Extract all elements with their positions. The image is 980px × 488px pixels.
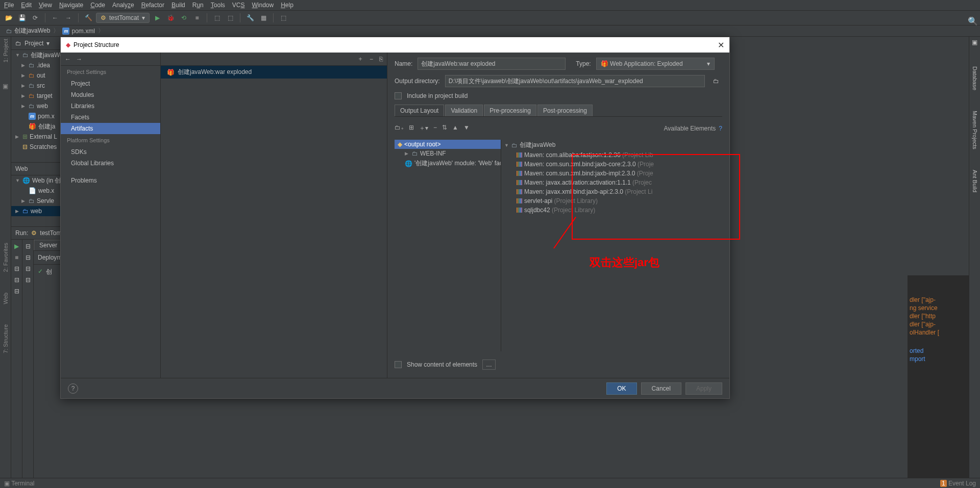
help-icon[interactable]: ?	[719, 125, 722, 132]
side-tab-ant[interactable]: Ant Build	[972, 170, 978, 192]
tool2-icon[interactable]: ⬚	[225, 12, 236, 23]
tool-icon[interactable]: ⊟	[14, 265, 19, 272]
side-tab-maven[interactable]: Maven Projects	[972, 111, 978, 149]
structure-icon[interactable]: ▦	[258, 12, 269, 23]
side-tab-structure[interactable]: 7: Structure	[3, 324, 9, 353]
name-input[interactable]	[418, 58, 566, 70]
type-dropdown[interactable]: 🎁 Web Application: Exploded ▾	[596, 58, 715, 70]
menu-tools[interactable]: Tools	[211, 2, 225, 9]
show-content-checkbox[interactable]	[395, 361, 402, 368]
menu-code[interactable]: Code	[90, 2, 105, 9]
breadcrumb-file[interactable]: m pom.xml	[60, 28, 96, 35]
library-item[interactable]: Maven: com.sun.xml.bind:jaxb-impl:2.3.0 …	[501, 169, 722, 178]
stop-icon[interactable]: ■	[15, 254, 18, 261]
coverage-icon[interactable]: ⟲	[178, 12, 189, 23]
tool-icon[interactable]: ⊞	[409, 124, 414, 133]
apply-button[interactable]: Apply	[685, 382, 722, 395]
build-icon[interactable]: 🔨	[83, 12, 94, 23]
sidebar-item-facets[interactable]: Facets	[61, 112, 160, 123]
tool-icon[interactable]: ⊟	[14, 276, 19, 284]
sidebar-item-problems[interactable]: Problems	[61, 175, 160, 186]
bookmark-icon[interactable]: ▣	[3, 83, 8, 90]
tab-server[interactable]: Server	[34, 240, 63, 250]
side-tab-database[interactable]: Database	[972, 66, 978, 90]
tool-icon[interactable]: ⊟	[26, 243, 31, 250]
copy-icon[interactable]: ⎘	[379, 56, 383, 63]
ok-button[interactable]: OK	[606, 382, 636, 395]
menu-build[interactable]: Build	[172, 2, 185, 9]
more-icon[interactable]: ⬚	[278, 12, 289, 23]
back-icon[interactable]: ←	[50, 12, 61, 23]
tool-icon[interactable]: ⊟	[26, 276, 31, 284]
menu-view[interactable]: View	[39, 2, 52, 9]
side-tab-web[interactable]: Web	[3, 293, 9, 304]
breadcrumb-project[interactable]: 🗀 创建javaWeb	[4, 27, 52, 35]
rerun-icon[interactable]: ▶	[14, 243, 19, 250]
library-item[interactable]: servlet-api (Project Library)	[501, 196, 722, 206]
include-checkbox[interactable]	[395, 92, 402, 99]
forward-icon[interactable]: →	[63, 12, 74, 23]
menu-help[interactable]: Help	[281, 2, 293, 9]
sidebar-item-sdks[interactable]: SDKs	[61, 146, 160, 158]
tree-item[interactable]: ▼🗀 创建javaWeb	[501, 140, 722, 150]
add-icon[interactable]: ＋▾	[419, 124, 428, 133]
tab-postprocessing[interactable]: Post-processing	[537, 105, 593, 116]
sort-icon[interactable]: ⇅	[442, 124, 447, 133]
tab-validation[interactable]: Validation	[445, 105, 483, 116]
library-item[interactable]: sqljdbc42 (Project Library)	[501, 206, 722, 215]
more-icon[interactable]: …	[482, 359, 496, 370]
library-item[interactable]: Maven: com.alibaba:fastjson:1.2.36 (Proj…	[501, 150, 722, 160]
sidebar-item-project[interactable]: Project	[61, 78, 160, 89]
forward-icon[interactable]: →	[76, 56, 82, 63]
stop-icon[interactable]: ■	[191, 12, 203, 23]
sidebar-item-libraries[interactable]: Libraries	[61, 100, 160, 112]
terminal-tab[interactable]: ▣ Terminal	[4, 480, 34, 487]
side-tab-favorites[interactable]: 2: Favorites	[3, 243, 9, 272]
tool-icon[interactable]: ⬚	[211, 12, 223, 23]
tab-preprocessing[interactable]: Pre-processing	[484, 105, 536, 116]
menu-window[interactable]: Window	[252, 2, 274, 9]
cancel-button[interactable]: Cancel	[641, 382, 681, 395]
eventlog-tab[interactable]: 1 Event Log	[940, 480, 976, 487]
help-icon[interactable]: ?	[68, 383, 78, 394]
library-item[interactable]: Maven: javax.xml.bind:jaxb-api:2.3.0 (Pr…	[501, 187, 722, 196]
menu-analyze[interactable]: Analyze	[112, 2, 134, 9]
close-icon[interactable]: ✕	[718, 40, 724, 50]
tool-icon[interactable]: ⊟	[14, 288, 19, 295]
db-icon[interactable]: ▣	[972, 39, 977, 46]
sidebar-item-global-libraries[interactable]: Global Libraries	[61, 158, 160, 169]
menu-file[interactable]: File	[4, 2, 14, 9]
artifact-item[interactable]: 🎁 创建javaWeb:war exploded	[161, 66, 387, 79]
library-item[interactable]: Maven: com.sun.xml.bind:jaxb-core:2.3.0 …	[501, 160, 722, 169]
outdir-input[interactable]	[445, 75, 705, 87]
tool-icon[interactable]: ⊟	[26, 265, 31, 272]
menu-refactor[interactable]: Refactor	[141, 2, 164, 9]
remove-icon[interactable]: −	[433, 124, 437, 133]
output-root[interactable]: ◆ <output root>	[395, 140, 501, 149]
debug-icon[interactable]: 🐞	[165, 12, 176, 23]
open-icon[interactable]: 📂	[3, 12, 14, 23]
wrench-icon[interactable]: 🔧	[244, 12, 256, 23]
side-tab-project[interactable]: 1: Project	[3, 39, 9, 62]
new-folder-icon[interactable]: 🗀₊	[395, 124, 404, 133]
library-item[interactable]: Maven: javax.activation:activation:1.1.1…	[501, 178, 722, 187]
back-icon[interactable]: ←	[65, 56, 71, 63]
run-icon[interactable]: ▶	[152, 12, 163, 23]
browse-icon[interactable]: 🗀	[710, 78, 722, 85]
menu-run[interactable]: Run	[192, 2, 204, 9]
search-icon[interactable]: 🔍	[968, 16, 978, 26]
up-icon[interactable]: ▲	[452, 124, 458, 133]
down-icon[interactable]: ▼	[463, 124, 470, 133]
menu-vcs[interactable]: VCS	[232, 2, 245, 9]
run-config-dropdown[interactable]: ⚙ testTomcat ▾	[96, 13, 150, 23]
tab-output-layout[interactable]: Output Layout	[395, 105, 444, 116]
save-icon[interactable]: 💾	[16, 12, 28, 23]
tree-item[interactable]: 🌐 '创建javaWeb' module: 'Web' facet resour…	[395, 158, 501, 169]
refresh-icon[interactable]: ⟳	[30, 12, 41, 23]
add-icon[interactable]: ＋	[357, 55, 363, 63]
tool-icon[interactable]: ⊟	[26, 254, 31, 261]
chevron-down-icon[interactable]: ▾	[46, 40, 50, 47]
menu-navigate[interactable]: Navigate	[59, 2, 83, 9]
menu-edit[interactable]: Edit	[21, 2, 32, 9]
remove-icon[interactable]: −	[370, 56, 373, 63]
